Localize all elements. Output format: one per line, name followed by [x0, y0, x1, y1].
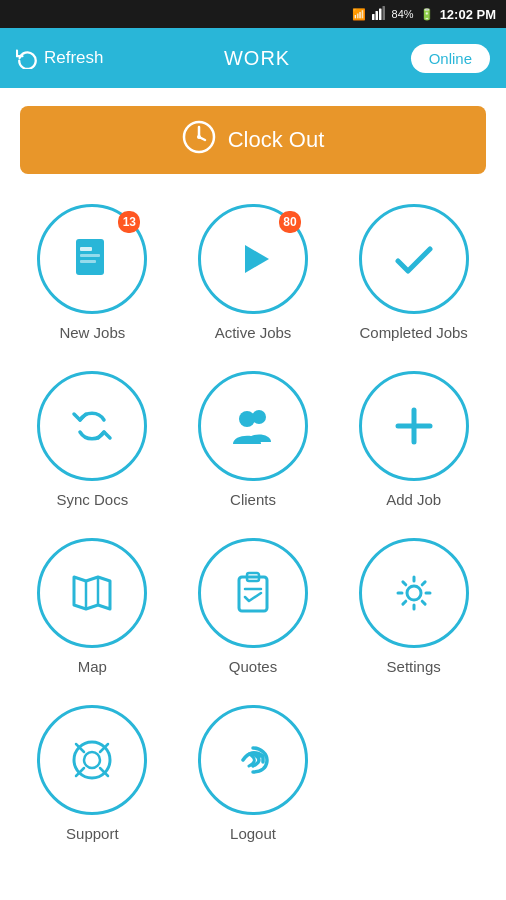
svg-rect-3: [382, 6, 385, 20]
svg-point-25: [84, 752, 100, 768]
support-button[interactable]: [37, 705, 147, 815]
completed-jobs-label: Completed Jobs: [359, 324, 467, 341]
clock-out-section: Clock Out: [0, 88, 506, 184]
support-icon: [66, 734, 118, 786]
sync-icon: [66, 400, 118, 452]
svg-rect-9: [80, 247, 92, 251]
grid-item-support[interactable]: Support: [16, 705, 169, 842]
document-icon: [66, 233, 118, 285]
completed-jobs-button[interactable]: [359, 204, 469, 314]
map-label: Map: [78, 658, 107, 675]
battery-percent: 84%: [392, 8, 414, 20]
menu-grid: 13 New Jobs 80 Active Jobs: [16, 204, 490, 842]
clients-button[interactable]: [198, 371, 308, 481]
wifi-icon: 📶: [352, 8, 366, 21]
quotes-button[interactable]: [198, 538, 308, 648]
map-button[interactable]: [37, 538, 147, 648]
refresh-button[interactable]: Refresh: [16, 47, 104, 69]
new-jobs-badge: 13: [118, 211, 140, 233]
sync-docs-label: Sync Docs: [56, 491, 128, 508]
clients-label: Clients: [230, 491, 276, 508]
map-icon: [66, 567, 118, 619]
battery-icon: 🔋: [420, 8, 434, 21]
svg-point-23: [407, 586, 421, 600]
header-title: WORK: [224, 47, 290, 70]
logout-button[interactable]: [198, 705, 308, 815]
svg-rect-10: [80, 254, 100, 257]
grid-item-quotes[interactable]: Quotes: [177, 538, 330, 675]
signal-icon: [372, 6, 386, 22]
header: Refresh WORK Online: [0, 28, 506, 88]
status-bar: 📶 84% 🔋 12:02 PM: [0, 0, 506, 28]
grid-item-clients[interactable]: Clients: [177, 371, 330, 508]
grid-item-settings[interactable]: Settings: [337, 538, 490, 675]
svg-point-14: [239, 411, 255, 427]
svg-rect-0: [372, 14, 375, 20]
active-jobs-badge: 80: [279, 211, 301, 233]
clock-out-label: Clock Out: [228, 127, 325, 153]
grid-item-logout[interactable]: Logout: [177, 705, 330, 842]
active-jobs-label: Active Jobs: [215, 324, 292, 341]
grid-item-sync-docs[interactable]: Sync Docs: [16, 371, 169, 508]
svg-line-7: [199, 137, 205, 140]
svg-rect-11: [80, 260, 96, 263]
grid-section: 13 New Jobs 80 Active Jobs: [0, 184, 506, 852]
settings-button[interactable]: [359, 538, 469, 648]
new-jobs-label: New Jobs: [59, 324, 125, 341]
sync-docs-button[interactable]: [37, 371, 147, 481]
logout-icon: [227, 734, 279, 786]
grid-item-completed-jobs[interactable]: Completed Jobs: [337, 204, 490, 341]
settings-label: Settings: [387, 658, 441, 675]
support-label: Support: [66, 825, 119, 842]
play-icon: [227, 233, 279, 285]
svg-marker-12: [245, 245, 269, 273]
grid-item-map[interactable]: Map: [16, 538, 169, 675]
new-jobs-button[interactable]: 13: [37, 204, 147, 314]
clipboard-icon: [227, 567, 279, 619]
add-job-label: Add Job: [386, 491, 441, 508]
clients-icon: [227, 400, 279, 452]
quotes-label: Quotes: [229, 658, 277, 675]
svg-rect-1: [375, 11, 378, 20]
clock-icon: [182, 120, 216, 161]
refresh-label: Refresh: [44, 48, 104, 68]
status-time: 12:02 PM: [440, 7, 496, 22]
check-icon: [388, 233, 440, 285]
active-jobs-button[interactable]: 80: [198, 204, 308, 314]
settings-icon: [388, 567, 440, 619]
logout-label: Logout: [230, 825, 276, 842]
add-icon: [388, 400, 440, 452]
online-button[interactable]: Online: [411, 44, 490, 73]
refresh-icon: [16, 47, 38, 69]
svg-rect-2: [379, 9, 382, 21]
clock-out-button[interactable]: Clock Out: [20, 106, 486, 174]
grid-item-active-jobs[interactable]: 80 Active Jobs: [177, 204, 330, 341]
grid-item-new-jobs[interactable]: 13 New Jobs: [16, 204, 169, 341]
svg-marker-17: [74, 577, 110, 609]
grid-item-add-job[interactable]: Add Job: [337, 371, 490, 508]
add-job-button[interactable]: [359, 371, 469, 481]
